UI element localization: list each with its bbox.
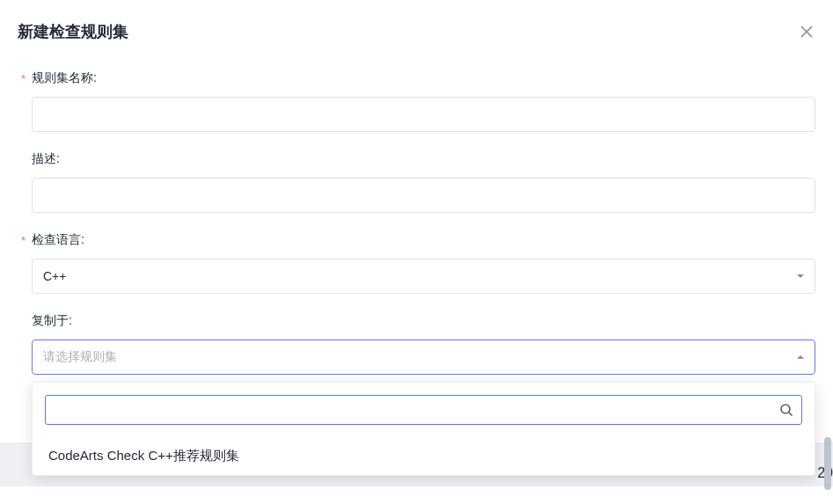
- description-group: 描述:: [18, 151, 815, 213]
- copy-from-placeholder: 请选择规则集: [32, 340, 815, 375]
- dropdown-search-input[interactable]: [45, 395, 802, 425]
- create-ruleset-modal: 新建检查规则集 规则集名称: 描述: 检查语言: C++ 复制于: 请选择规则集: [0, 0, 833, 415]
- close-button[interactable]: [798, 23, 815, 40]
- modal-header: 新建检查规则集: [18, 21, 815, 42]
- search-icon: [779, 403, 793, 417]
- dropdown-search-wrapper: [45, 395, 802, 425]
- description-label: 描述:: [32, 151, 815, 167]
- close-icon: [800, 25, 814, 39]
- language-select[interactable]: C++: [32, 259, 815, 294]
- language-group: 检查语言: C++: [18, 232, 815, 294]
- ruleset-name-label: 规则集名称:: [32, 70, 815, 86]
- description-input[interactable]: [32, 178, 815, 213]
- svg-point-0: [781, 405, 790, 413]
- copy-from-group: 复制于: 请选择规则集 CodeArts Check C++推荐规则集: [18, 313, 815, 375]
- language-select-value: C++: [32, 259, 815, 294]
- copy-from-label: 复制于:: [32, 313, 815, 329]
- ruleset-name-group: 规则集名称:: [18, 70, 815, 132]
- ruleset-name-input[interactable]: [32, 97, 815, 132]
- copy-from-select[interactable]: 请选择规则集 CodeArts Check C++推荐规则集: [32, 340, 815, 375]
- modal-title: 新建检查规则集: [18, 21, 128, 42]
- copy-from-dropdown: CodeArts Check C++推荐规则集: [32, 382, 815, 476]
- scrollbar-thumb[interactable]: [824, 437, 831, 490]
- language-label: 检查语言:: [32, 232, 815, 248]
- dropdown-option[interactable]: CodeArts Check C++推荐规则集: [45, 437, 802, 475]
